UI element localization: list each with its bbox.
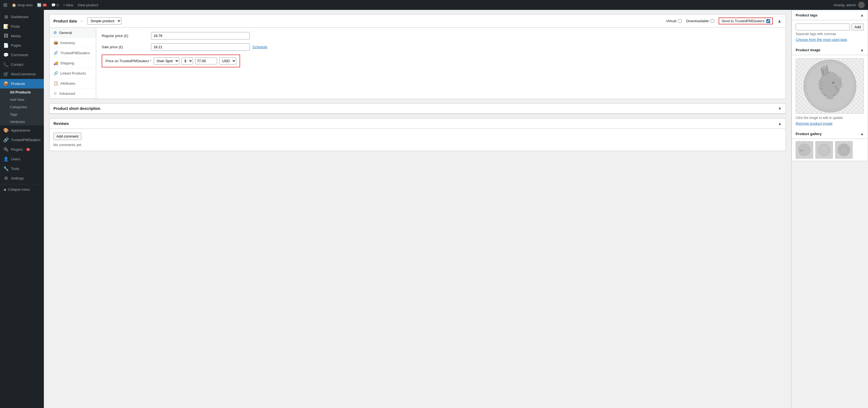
sidebar-label-products: Products bbox=[11, 82, 25, 86]
downloadable-label: Downloadable: bbox=[686, 19, 710, 23]
product-image-container[interactable]: LIBERTY bbox=[796, 58, 864, 114]
product-tabs-nav: ⚙ General 📦 Inventory 🔗 TrustedPMDealers bbox=[50, 28, 96, 99]
tab-general[interactable]: ⚙ General bbox=[50, 28, 96, 38]
sidebar-item-posts[interactable]: 📝 Posts bbox=[0, 22, 44, 31]
attributes-tab-icon: 📋 bbox=[54, 81, 58, 86]
sidebar-item-users[interactable]: 👤 Users bbox=[0, 154, 44, 164]
view-product-link[interactable]: View product bbox=[78, 3, 98, 7]
sidebar-item-appearance[interactable]: 🎨 Appearance bbox=[0, 125, 44, 135]
no-comments-text: No comments yet. bbox=[54, 143, 782, 147]
short-description-title: Product short description bbox=[54, 106, 100, 111]
gallery-thumb-1[interactable]: 2017 bbox=[796, 141, 813, 159]
tab-trustedpmdealers[interactable]: 🔗 TrustedPMDealers bbox=[50, 48, 96, 58]
downloadable-option[interactable]: Downloadable: bbox=[686, 19, 714, 23]
sidebar-item-categories[interactable]: Categories bbox=[0, 103, 44, 111]
sidebar-item-add-new[interactable]: Add New bbox=[0, 96, 44, 103]
shipping-tab-icon: 🚚 bbox=[54, 61, 58, 65]
gallery-thumb-2[interactable] bbox=[815, 141, 833, 159]
wp-logo-icon[interactable]: ⊞ bbox=[3, 2, 7, 8]
updates-item[interactable]: 🔄 4 bbox=[37, 3, 47, 7]
short-description-collapse-icon[interactable]: ▼ bbox=[778, 106, 782, 111]
required-asterisk: * bbox=[150, 59, 152, 63]
price-value-input[interactable] bbox=[195, 58, 217, 64]
sidebar-item-tools[interactable]: 🔧 Tools bbox=[0, 164, 44, 174]
product-type-select[interactable]: Simple product bbox=[87, 17, 121, 25]
product-data-collapse-button[interactable]: ▲ bbox=[777, 19, 782, 24]
virtual-option[interactable]: Virtual: bbox=[666, 19, 682, 23]
sidebar-label-woocommerce: WooCommerce bbox=[11, 72, 36, 76]
sidebar-label-plugins: Plugins bbox=[11, 148, 23, 152]
tab-shipping[interactable]: 🚚 Shipping bbox=[50, 58, 96, 68]
tab-advanced[interactable]: ⚙ Advanced bbox=[50, 89, 96, 99]
sidebar-item-woocommerce[interactable]: 🛒 WooCommerce bbox=[0, 69, 44, 79]
collapse-menu-button[interactable]: ◀ Collapse menu bbox=[0, 186, 44, 194]
advanced-tab-label: Advanced bbox=[59, 92, 75, 96]
gallery-thumb-3[interactable] bbox=[835, 141, 852, 159]
sidebar-label-tools: Tools bbox=[11, 166, 19, 171]
gallery-thumb-coin-2 bbox=[817, 143, 831, 157]
reviews-header[interactable]: Reviews ▲ bbox=[50, 119, 785, 129]
products-submenu: All Products Add New Categories Tags Att… bbox=[0, 89, 44, 125]
linked-products-tab-label: Linked Products bbox=[60, 71, 86, 75]
tab-attributes[interactable]: 📋 Attributes bbox=[50, 79, 96, 89]
tags-text-input[interactable] bbox=[796, 24, 850, 30]
tpmd-price-label: Price on TrustedPMDealers * bbox=[105, 59, 152, 63]
sale-price-input[interactable] bbox=[151, 43, 250, 51]
sidebar-label-dashboard: Dashboard bbox=[11, 15, 29, 19]
choose-tags-link[interactable]: Choose from the most used tags bbox=[796, 37, 847, 42]
sidebar-item-contact[interactable]: 📞 Contact bbox=[0, 60, 44, 69]
comments-item[interactable]: 💬 0 bbox=[51, 3, 59, 7]
regular-price-row: Regular price (£) bbox=[102, 32, 780, 39]
gallery-thumbs: 2017 bbox=[792, 139, 868, 161]
new-button[interactable]: + New bbox=[63, 3, 73, 7]
product-image-title: Product image bbox=[796, 48, 820, 52]
sale-price-row: Sale price (£) Schedule bbox=[102, 43, 780, 51]
sidebar-item-all-products[interactable]: All Products bbox=[0, 89, 44, 96]
add-comment-button[interactable]: Add comment bbox=[54, 133, 82, 140]
tab-inventory[interactable]: 📦 Inventory bbox=[50, 38, 96, 48]
product-gallery-collapse-icon[interactable]: ▲ bbox=[860, 131, 864, 136]
schedule-link[interactable]: Schedule bbox=[252, 45, 267, 49]
users-icon: 👤 bbox=[3, 156, 9, 162]
sidebar-label-media: Media bbox=[11, 34, 21, 38]
price-type-select[interactable]: Over Spot bbox=[154, 57, 179, 65]
send-to-tpmd-option: Send to TrustedPMDealers: bbox=[719, 18, 773, 24]
svg-point-3 bbox=[832, 82, 835, 84]
avatar[interactable] bbox=[858, 2, 865, 8]
currency-code-select[interactable]: USD bbox=[219, 57, 236, 65]
sidebar-item-trustedpmdealers[interactable]: 🔗 TrustedPMDealers bbox=[0, 135, 44, 145]
sidebar-item-pages[interactable]: 📄 Pages bbox=[0, 40, 44, 50]
product-gallery-title: Product gallery bbox=[796, 132, 822, 136]
sidebar-item-media[interactable]: 🖼 Media bbox=[0, 31, 44, 40]
reviews-collapse-icon[interactable]: ▲ bbox=[778, 121, 782, 126]
regular-price-input[interactable] bbox=[151, 32, 250, 39]
remove-product-image-link[interactable]: Remove product image bbox=[796, 121, 832, 125]
sidebar-item-dashboard[interactable]: ⊞ Dashboard bbox=[0, 12, 44, 22]
sidebar-label-pages: Pages bbox=[11, 43, 21, 48]
product-options: Virtual: Downloadable: Send to TrustedPM… bbox=[666, 18, 782, 24]
virtual-checkbox[interactable] bbox=[678, 19, 682, 23]
sidebar-item-comments[interactable]: 💬 Comments bbox=[0, 50, 44, 60]
site-name[interactable]: 🏠 shop woo bbox=[12, 3, 33, 7]
product-image-body: LIBERTY Click the image to edit or updat… bbox=[792, 55, 868, 129]
downloadable-checkbox[interactable] bbox=[711, 19, 714, 23]
woocommerce-icon: 🛒 bbox=[3, 71, 9, 77]
currency-symbol-select[interactable]: $ bbox=[181, 57, 193, 65]
sidebar-item-tags[interactable]: Tags bbox=[0, 111, 44, 118]
short-description-header[interactable]: Product short description ▼ bbox=[50, 103, 785, 114]
sidebar-item-products[interactable]: 📦 Products bbox=[0, 79, 44, 89]
general-tab-content: Regular price (£) Sale price (£) Schedul… bbox=[96, 28, 785, 99]
tab-linked-products[interactable]: 🔗 Linked Products bbox=[50, 68, 96, 79]
send-to-tpmd-checkbox[interactable] bbox=[766, 19, 770, 23]
sidebar-label-contact: Contact bbox=[11, 62, 23, 67]
sidebar-label-settings: Settings bbox=[11, 176, 24, 180]
products-arrow bbox=[42, 82, 44, 86]
product-image-collapse-icon[interactable]: ▲ bbox=[860, 48, 864, 52]
linked-products-tab-icon: 🔗 bbox=[54, 71, 58, 75]
product-gallery-panel: Product gallery ▲ 2017 bbox=[792, 129, 868, 161]
product-tags-collapse-icon[interactable]: ▲ bbox=[860, 13, 864, 17]
sidebar-item-plugins[interactable]: 🔌 Plugins 3 bbox=[0, 145, 44, 154]
sidebar-item-attributes[interactable]: Attributes bbox=[0, 118, 44, 125]
add-tag-button[interactable]: Add bbox=[851, 24, 864, 30]
sidebar-item-settings[interactable]: ⚙ Settings bbox=[0, 174, 44, 183]
